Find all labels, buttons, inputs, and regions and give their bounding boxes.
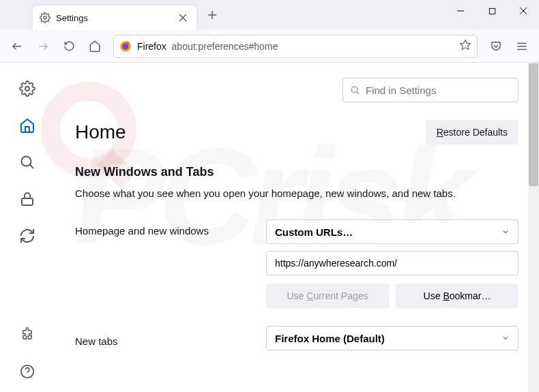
restore-defaults-button[interactable]: RRestore Defaultsestore Defaults	[426, 120, 519, 145]
svg-point-0	[44, 16, 46, 19]
firefox-icon	[119, 40, 132, 52]
sidebar-sync[interactable]	[12, 221, 42, 251]
scrollbar-thumb[interactable]	[529, 63, 538, 186]
url-product: Firefox	[137, 41, 166, 52]
settings-content: Home RRestore Defaultsestore Defaults Ne…	[0, 63, 539, 392]
url-path: about:preferences#home	[172, 41, 278, 52]
svg-line-19	[30, 165, 34, 169]
section-heading: New Windows and Tabs	[75, 165, 519, 179]
svg-point-12	[123, 43, 129, 49]
svg-point-17	[25, 87, 29, 91]
homepage-label: Homepage and new windows	[75, 220, 266, 237]
settings-search[interactable]	[343, 78, 519, 102]
sidebar-extensions[interactable]	[12, 320, 42, 350]
home-nav-button[interactable]	[83, 35, 106, 58]
svg-line-1	[179, 14, 186, 21]
url-bar[interactable]: Firefox about:preferences#home	[113, 35, 478, 58]
new-tab-button[interactable]	[202, 5, 222, 25]
tab-title: Settings	[56, 13, 171, 23]
pocket-icon[interactable]	[484, 35, 508, 58]
use-current-pages-button[interactable]: Use Current Pages	[266, 284, 389, 308]
window-titlebar: Settings	[0, 0, 539, 30]
sidebar-general[interactable]	[12, 74, 42, 104]
chevron-down-icon	[501, 228, 510, 236]
newtabs-label: New tabs	[75, 330, 266, 347]
search-icon	[350, 85, 360, 95]
homepage-mode-select[interactable]: Custom URLs…	[266, 220, 519, 244]
svg-line-2	[179, 14, 186, 21]
browser-toolbar: Firefox about:preferences#home	[0, 30, 539, 63]
close-window-button[interactable]	[508, 0, 539, 22]
settings-sidebar	[0, 63, 55, 392]
chevron-down-icon	[501, 334, 510, 342]
section-description: Choose what you see when you open your h…	[75, 186, 519, 200]
sidebar-home[interactable]	[12, 110, 42, 140]
hamburger-menu-icon[interactable]	[510, 35, 534, 58]
svg-point-18	[22, 157, 31, 166]
minimize-button[interactable]	[445, 0, 476, 22]
page-title: Home	[75, 121, 126, 143]
select-value: Firefox Home (Default)	[275, 333, 385, 344]
homepage-url-input[interactable]	[266, 251, 519, 275]
svg-line-8	[520, 7, 527, 14]
svg-marker-13	[461, 40, 471, 49]
select-value: Custom URLs…	[275, 226, 353, 238]
forward-button[interactable]	[31, 35, 55, 58]
settings-search-input[interactable]	[366, 85, 511, 96]
svg-line-7	[520, 7, 527, 14]
svg-line-24	[357, 91, 359, 93]
vertical-scrollbar[interactable]	[528, 63, 539, 392]
browser-tab[interactable]: Settings	[33, 5, 196, 30]
svg-point-11	[121, 41, 131, 51]
newtabs-select[interactable]: Firefox Home (Default)	[266, 326, 519, 350]
window-controls	[445, 0, 539, 30]
svg-rect-20	[22, 198, 33, 205]
back-button[interactable]	[5, 35, 29, 58]
sidebar-help[interactable]	[12, 357, 42, 387]
close-icon[interactable]	[176, 11, 190, 25]
reload-button[interactable]	[57, 35, 81, 58]
svg-point-21	[21, 365, 33, 378]
svg-rect-6	[489, 8, 495, 14]
gear-icon	[40, 12, 50, 23]
settings-main: Home RRestore Defaultsestore Defaults Ne…	[55, 63, 539, 392]
bookmark-star-icon[interactable]	[459, 39, 471, 54]
sidebar-privacy[interactable]	[12, 184, 42, 214]
use-bookmark-button[interactable]: Use Bookmar…	[396, 284, 519, 308]
sidebar-search[interactable]	[12, 147, 42, 177]
maximize-button[interactable]	[476, 0, 508, 22]
svg-point-23	[351, 87, 358, 93]
